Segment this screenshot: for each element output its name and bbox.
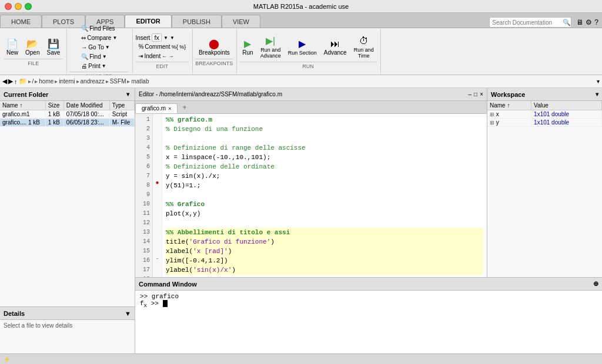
tab-editor[interactable]: EDITOR: [125, 15, 171, 28]
command-expand-btn[interactable]: ⊕: [593, 280, 598, 288]
tab-view[interactable]: VIEW: [222, 15, 260, 28]
status-bar: ⚡: [0, 353, 602, 364]
ws-col-name[interactable]: Name ↑: [487, 101, 531, 110]
code-line-13: %% Abbellimenti di titolo e assi: [166, 228, 483, 237]
advance-button[interactable]: ⏭ Advance: [321, 36, 350, 58]
editor-maximize-btn[interactable]: □: [474, 91, 477, 97]
toolbar-icon-1[interactable]: 🖥: [576, 18, 583, 26]
indent-label: Indent: [144, 53, 160, 59]
insert-label: Insert: [135, 35, 150, 41]
new-label: New: [6, 49, 18, 56]
run-time-button[interactable]: ⏱ Run andTime: [351, 33, 377, 60]
file-size: 1 kB: [45, 119, 63, 127]
editor-close-btn[interactable]: ×: [480, 91, 483, 97]
path-part-0[interactable]: /: [32, 78, 34, 85]
col-size[interactable]: Size: [45, 101, 63, 110]
col-type[interactable]: Type: [109, 101, 134, 110]
tab-publish[interactable]: PUBLISH: [172, 15, 222, 28]
ribbon-group-run: ▶ Run ▶| Run andAdvance ▶ Run Section ⏭ …: [238, 29, 380, 73]
folder-options-btn[interactable]: ▾: [125, 91, 131, 97]
ws-expand-x[interactable]: ⊞ x: [487, 110, 531, 119]
breakpoints-button[interactable]: ⬤ Breakpoints: [196, 36, 233, 58]
editor-title-bar: Editor - /home/interni/andreazz/SSFM/mat…: [135, 88, 487, 101]
workspace-options-btn[interactable]: ▾: [596, 91, 598, 97]
file-type: M- File: [109, 119, 134, 127]
nav-back-btn[interactable]: ◀: [2, 77, 7, 85]
editor-new-tab-btn[interactable]: +: [179, 103, 190, 112]
command-panel: Command Window ⊕ >> grafico fx >>: [135, 277, 602, 353]
file-name: grafico.... 1 kB: [0, 119, 45, 127]
ribbon-group-navigate: 🔍 Find Files ⇔ Compare ▼ → Go To ▼ 🔍 Fin…: [68, 29, 133, 73]
table-row[interactable]: grafico.... 1 kB 1 kB 06/05/18 23:... M-…: [0, 119, 135, 127]
insert-fx[interactable]: fx: [152, 33, 162, 42]
search-icon: 🔍: [563, 19, 571, 26]
toolbar-icon-3[interactable]: ?: [594, 18, 598, 26]
path-part-2[interactable]: interni: [59, 78, 75, 85]
editor-tab-close[interactable]: ×: [168, 106, 171, 112]
indent-icon: ⇥: [138, 53, 143, 59]
indent-button[interactable]: ⇥ Indent ← →: [135, 52, 189, 60]
find-label: Find: [89, 53, 101, 60]
open-label: Open: [25, 49, 39, 56]
code-area[interactable]: %% grafico.m % Disegno di una funzione %…: [162, 114, 487, 277]
minimize-btn[interactable]: [15, 3, 22, 10]
col-name[interactable]: Name ↑: [0, 101, 45, 110]
run-time-label: Run andTime: [354, 47, 374, 59]
advance-icon: ⏭: [330, 38, 340, 49]
cmd-line-1: >> grafico: [140, 293, 597, 300]
close-btn[interactable]: [5, 3, 12, 10]
workspace-row-y[interactable]: ⊞ y 1x101 double: [487, 119, 602, 127]
path-options-btn[interactable]: ▾: [597, 78, 600, 85]
breakpoints-label: Breakpoints: [199, 49, 230, 56]
breakpoints-group-label: BREAKPOINTS: [195, 59, 233, 66]
run-section-button[interactable]: ▶ Run Section: [285, 36, 320, 57]
path-part-3[interactable]: andreazz: [81, 78, 105, 85]
go-to-button[interactable]: → Go To ▼: [78, 43, 120, 52]
path-part-5[interactable]: matlab: [131, 78, 149, 85]
maximize-btn[interactable]: [25, 3, 32, 10]
workspace-row-x[interactable]: ⊞ x 1x101 double: [487, 110, 602, 119]
insert-row: Insert fx ▼ ▼: [135, 33, 189, 42]
run-button[interactable]: ▶ Run: [239, 36, 256, 58]
code-line-14: title('Grafico di funzione'): [166, 237, 483, 247]
editor-tab-grafico[interactable]: grafico.m ×: [135, 103, 178, 113]
editor-minimize-btn[interactable]: –: [469, 91, 472, 97]
indent-icons: ← →: [162, 53, 174, 59]
nav-up-btn[interactable]: ↑: [14, 78, 18, 85]
path-part-1[interactable]: home: [39, 78, 53, 85]
compare-button[interactable]: ⇔ Compare ▼: [78, 33, 120, 42]
tab-home[interactable]: HOME: [0, 15, 42, 28]
editor-body: 12345 678910 1112131415 161718: [135, 114, 487, 277]
go-to-icon: →: [81, 44, 87, 50]
workspace-title: Workspace ▾: [487, 88, 602, 101]
code-line-7: y = sin(x)./x;: [166, 171, 483, 181]
open-button[interactable]: 📂 Open: [22, 36, 42, 58]
details-dropdown-icon[interactable]: ▼: [125, 310, 131, 317]
run-advance-button[interactable]: ▶| Run andAdvance: [257, 33, 284, 60]
path-part-4[interactable]: SSFM: [110, 78, 126, 85]
find-files-label: Find Files: [89, 25, 115, 32]
save-icon: 💾: [48, 38, 59, 49]
nav-browse-btn[interactable]: 📁: [19, 77, 27, 85]
ws-expand-y[interactable]: ⊞ y: [487, 119, 531, 127]
save-button[interactable]: 💾 Save: [44, 36, 63, 58]
file-table: Name ↑ Size Date Modified Type grafico.m…: [0, 101, 135, 127]
print-button[interactable]: 🖨 Print ▼: [78, 62, 120, 70]
search-bar[interactable]: 🔍: [489, 17, 571, 28]
nav-fwd-btn[interactable]: ▶: [8, 77, 13, 85]
find-files-button[interactable]: 🔍 Find Files: [78, 24, 120, 33]
command-window-label: Command Window: [139, 281, 197, 288]
table-row[interactable]: grafico.m1 1 kB 07/05/18 00:... Script: [0, 110, 135, 119]
comment-button[interactable]: % Comment %{ %}: [135, 42, 189, 51]
code-line-10: %% Grafico: [166, 200, 483, 209]
new-button[interactable]: 📄 New: [4, 36, 21, 58]
col-modified[interactable]: Date Modified: [63, 101, 109, 110]
search-input[interactable]: [492, 19, 563, 26]
ribbon: 📄 New 📂 Open 💾 Save FILE 🔍 Find File: [0, 28, 602, 75]
current-folder-header: Current Folder ▾: [0, 88, 135, 101]
command-body[interactable]: >> grafico fx >>: [135, 291, 602, 353]
go-to-label: Go To: [88, 44, 104, 50]
find-button[interactable]: 🔍 Find ▼: [78, 52, 120, 61]
toolbar-icon-2[interactable]: ⚙: [586, 18, 592, 26]
ws-col-value[interactable]: Value: [531, 101, 602, 110]
